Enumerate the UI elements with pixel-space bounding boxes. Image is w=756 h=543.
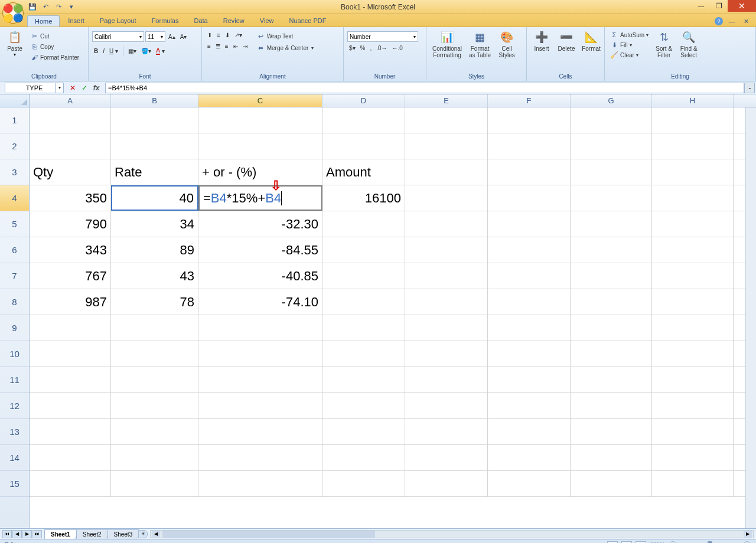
formula-expand-button[interactable]: ⌄ bbox=[744, 83, 755, 93]
col-header-F[interactable]: F bbox=[488, 94, 571, 107]
orientation-button[interactable]: ↗▾ bbox=[233, 31, 244, 39]
cell-G11[interactable] bbox=[571, 367, 652, 392]
cut-button[interactable]: ✂Cut bbox=[28, 31, 81, 41]
cell-H1[interactable] bbox=[652, 107, 734, 133]
select-all-corner[interactable] bbox=[0, 94, 30, 107]
row-header-3[interactable]: 3 bbox=[0, 159, 29, 185]
cell-B13[interactable] bbox=[111, 419, 198, 444]
cell-G8[interactable] bbox=[571, 289, 652, 315]
cell-G2[interactable] bbox=[571, 133, 652, 159]
cell-B9[interactable] bbox=[111, 315, 198, 341]
vertical-scrollbar[interactable] bbox=[745, 107, 756, 528]
tab-nuance-pdf[interactable]: Nuance PDF bbox=[282, 15, 333, 27]
cell-A9[interactable] bbox=[30, 315, 111, 341]
sheet-nav-last[interactable]: ⏭ bbox=[32, 530, 42, 538]
increase-decimal-button[interactable]: .0→ bbox=[374, 44, 389, 52]
wrap-text-button[interactable]: ↩Wrap Text bbox=[255, 31, 316, 41]
cell-E7[interactable] bbox=[405, 263, 488, 289]
cell-D13[interactable] bbox=[322, 419, 405, 444]
cell-F6[interactable] bbox=[488, 237, 571, 263]
col-header-E[interactable]: E bbox=[405, 94, 488, 107]
tab-formulas[interactable]: Formulas bbox=[145, 15, 186, 27]
row-header-5[interactable]: 5 bbox=[0, 211, 29, 237]
format-painter-button[interactable]: 🖌Format Painter bbox=[28, 53, 81, 62]
undo-icon[interactable]: ↶ bbox=[40, 2, 51, 12]
cell-C10[interactable] bbox=[198, 341, 322, 367]
page-break-view-button[interactable] bbox=[636, 541, 646, 544]
cell-E14[interactable] bbox=[405, 445, 488, 470]
cell-A5[interactable]: 790 bbox=[30, 211, 111, 237]
shrink-font-button[interactable]: A▾ bbox=[178, 33, 189, 41]
cell-E12[interactable] bbox=[405, 393, 488, 418]
cell-F11[interactable] bbox=[488, 367, 571, 392]
redo-icon[interactable]: ↷ bbox=[53, 2, 64, 12]
cell-C8[interactable]: -74.10 bbox=[198, 289, 322, 315]
cell-F14[interactable] bbox=[488, 445, 571, 470]
number-format-combo[interactable]: Number▾ bbox=[347, 31, 418, 42]
horizontal-scrollbar[interactable]: ◀ ▶ bbox=[150, 530, 754, 538]
cell-G10[interactable] bbox=[571, 341, 652, 367]
decrease-decimal-button[interactable]: ←.0 bbox=[390, 44, 405, 52]
font-size-combo[interactable]: 11▾ bbox=[145, 31, 165, 42]
cell-C7[interactable]: -40.85 bbox=[198, 263, 322, 289]
cell-D12[interactable] bbox=[322, 393, 405, 418]
cell-B3[interactable]: Rate bbox=[111, 159, 198, 185]
cell-E13[interactable] bbox=[405, 419, 488, 444]
cell-A14[interactable] bbox=[30, 445, 111, 470]
cell-B11[interactable] bbox=[111, 367, 198, 392]
cell-C4[interactable]: =B4*15%+B4⇩ bbox=[198, 185, 322, 211]
sheet-tab-sheet1[interactable]: Sheet1 bbox=[44, 529, 77, 539]
increase-indent-button[interactable]: ⇥ bbox=[241, 42, 249, 50]
cell-G1[interactable] bbox=[571, 107, 652, 133]
cell-B7[interactable]: 43 bbox=[111, 263, 198, 289]
cell-A15[interactable] bbox=[30, 471, 111, 496]
cell-H9[interactable] bbox=[652, 315, 734, 341]
cell-G4[interactable] bbox=[571, 185, 652, 211]
row-header-14[interactable]: 14 bbox=[0, 445, 29, 471]
close-button[interactable]: ✕ bbox=[728, 0, 756, 12]
autosum-button[interactable]: ΣAutoSum▾ bbox=[608, 30, 650, 40]
page-layout-view-button[interactable] bbox=[621, 541, 632, 544]
cell-A2[interactable] bbox=[30, 133, 111, 159]
row-header-4[interactable]: 4 bbox=[0, 185, 29, 211]
cell-D7[interactable] bbox=[322, 263, 405, 289]
col-header-D[interactable]: D bbox=[322, 94, 405, 107]
name-box[interactable]: TYPE ▾ bbox=[5, 83, 64, 93]
cell-E15[interactable] bbox=[405, 471, 488, 496]
cell-C14[interactable] bbox=[198, 445, 322, 470]
comma-button[interactable]: , bbox=[368, 44, 373, 52]
cell-H7[interactable] bbox=[652, 263, 734, 289]
underline-button[interactable]: U▾ bbox=[107, 47, 120, 55]
tab-data[interactable]: Data bbox=[187, 15, 214, 27]
doc-close-icon[interactable]: ✕ bbox=[741, 16, 751, 27]
cell-H14[interactable] bbox=[652, 445, 734, 470]
cell-G5[interactable] bbox=[571, 211, 652, 237]
row-header-6[interactable]: 6 bbox=[0, 237, 29, 263]
cell-H3[interactable] bbox=[652, 159, 734, 185]
sheet-nav-first[interactable]: ⏮ bbox=[2, 530, 12, 538]
cell-F12[interactable] bbox=[488, 393, 571, 418]
cell-E11[interactable] bbox=[405, 367, 488, 392]
cell-F15[interactable] bbox=[488, 471, 571, 496]
row-header-2[interactable]: 2 bbox=[0, 133, 29, 159]
cell-B4[interactable]: 40 bbox=[111, 185, 198, 211]
cell-A13[interactable] bbox=[30, 419, 111, 444]
align-right-button[interactable]: ≡ bbox=[223, 42, 230, 50]
cell-E10[interactable] bbox=[405, 341, 488, 367]
tab-page-layout[interactable]: Page Layout bbox=[93, 15, 144, 27]
cell-A11[interactable] bbox=[30, 367, 111, 392]
cell-C2[interactable] bbox=[198, 133, 322, 159]
tab-insert[interactable]: Insert bbox=[61, 15, 92, 27]
row-header-8[interactable]: 8 bbox=[0, 289, 29, 315]
currency-button[interactable]: $▾ bbox=[347, 44, 357, 52]
col-header-A[interactable]: A bbox=[30, 94, 111, 107]
cell-H6[interactable] bbox=[652, 237, 734, 263]
cell-C1[interactable] bbox=[198, 107, 322, 133]
cancel-formula-button[interactable]: ✕ bbox=[67, 83, 78, 93]
cell-A7[interactable]: 767 bbox=[30, 263, 111, 289]
cell-C15[interactable] bbox=[198, 471, 322, 496]
cell-B15[interactable] bbox=[111, 471, 198, 496]
cell-H8[interactable] bbox=[652, 289, 734, 315]
cell-H5[interactable] bbox=[652, 211, 734, 237]
cell-C6[interactable]: -84.55 bbox=[198, 237, 322, 263]
